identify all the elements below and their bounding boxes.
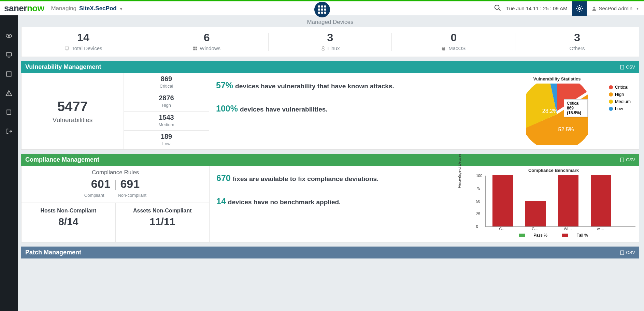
svg-rect-18 bbox=[193, 48, 195, 50]
stat-macos[interactable]: 0 MacOS bbox=[392, 27, 515, 57]
compliance-statements: 670fixes are available to fix compliance… bbox=[209, 166, 468, 242]
compliance-panel: Compliance Management CSV Compliance Rul… bbox=[21, 154, 639, 242]
legend-fail[interactable]: Fail % bbox=[559, 233, 591, 238]
stat-label: Windows bbox=[200, 45, 220, 51]
legend-medium[interactable]: Medium bbox=[609, 99, 631, 104]
bar-3[interactable] bbox=[558, 175, 578, 226]
list-icon[interactable] bbox=[5, 71, 12, 79]
search-icon[interactable] bbox=[494, 4, 501, 13]
apple-icon bbox=[442, 46, 446, 51]
vuln-stmt2: 100%devices have vulnerabilities. bbox=[216, 102, 468, 115]
sev-low[interactable]: 189Low bbox=[124, 131, 209, 149]
datetime: Tue Jun 14 11 : 25 : 09 AM bbox=[506, 5, 568, 11]
compliance-chart[interactable]: Compliance Benchmark Percentage of Devic… bbox=[468, 166, 639, 242]
panel-title: Vulnerability Management bbox=[25, 63, 101, 71]
stat-linux[interactable]: 3 Linux bbox=[269, 27, 392, 57]
svg-rect-27 bbox=[621, 158, 624, 162]
rules-title: Compliance Rules bbox=[22, 169, 209, 176]
stat-label: Others bbox=[570, 45, 585, 51]
settings-button[interactable] bbox=[572, 1, 587, 16]
pie-medium-pct: 28.2% bbox=[542, 108, 558, 114]
svg-rect-16 bbox=[193, 46, 195, 48]
logo[interactable]: sanernow bbox=[4, 3, 44, 14]
logo-p1: saner bbox=[4, 3, 27, 13]
panel-title: Compliance Management bbox=[25, 156, 99, 163]
svg-point-21 bbox=[321, 49, 324, 50]
chevron-down-icon: ▾ bbox=[120, 6, 122, 11]
user-icon bbox=[591, 6, 597, 11]
svg-rect-28 bbox=[621, 251, 624, 255]
stat-num: 3 bbox=[515, 31, 639, 44]
chevron-down-icon: ▾ bbox=[636, 6, 639, 11]
linux-icon bbox=[321, 46, 326, 51]
monitor-icon[interactable] bbox=[5, 51, 12, 60]
bars-area: 100 75 50 25 0 bbox=[485, 176, 635, 227]
compliance-rules[interactable]: Compliance Rules 601 | 691 Compliant Non… bbox=[22, 166, 209, 203]
vuln-chart[interactable]: Vulnerability Statistics 28.2% 52.5% Cri… bbox=[475, 73, 639, 149]
svg-point-13 bbox=[9, 94, 9, 95]
managed-devices-row: 14 Total Devices 6 Windows 3 Linux 0 Mac… bbox=[21, 27, 639, 57]
managed-devices-title: Managed Devices bbox=[21, 19, 639, 26]
stat-total[interactable]: 14 Total Devices bbox=[22, 27, 145, 57]
legend-pass[interactable]: Pass % bbox=[516, 233, 551, 238]
svg-rect-22 bbox=[621, 65, 624, 69]
legend-high[interactable]: High bbox=[609, 92, 631, 97]
vuln-body: 5477 Vulnerabilities 869Critical 2876Hig… bbox=[21, 73, 639, 150]
svg-rect-6 bbox=[6, 53, 12, 56]
comp-stmt1: 670fixes are available to fix compliance… bbox=[216, 172, 461, 185]
topbar: sanernow Managing SiteX.SecPod ▾ Tue Jun… bbox=[0, 0, 644, 15]
sidebar bbox=[0, 15, 18, 311]
stat-label: MacOS bbox=[448, 45, 466, 51]
svg-point-20 bbox=[322, 46, 324, 49]
topbar-right: Tue Jun 14 11 : 25 : 09 AM SecPod Admin … bbox=[494, 1, 644, 16]
user-menu[interactable]: SecPod Admin ▾ bbox=[591, 5, 639, 11]
x-labels: C… G… Wi… wi… bbox=[492, 227, 635, 231]
csv-button[interactable]: CSV bbox=[620, 64, 635, 70]
bar-1[interactable] bbox=[492, 175, 513, 226]
managing-label: Managing bbox=[51, 5, 76, 12]
csv-label: CSV bbox=[626, 157, 635, 162]
legend-critical[interactable]: Critical bbox=[609, 85, 631, 90]
patch-header: Patch Management CSV bbox=[21, 247, 639, 258]
site-selector[interactable]: SiteX.SecPod ▾ bbox=[79, 5, 122, 12]
patch-panel: Patch Management CSV bbox=[21, 247, 639, 258]
csv-button[interactable]: CSV bbox=[620, 157, 635, 162]
sev-high[interactable]: 2876High bbox=[124, 92, 209, 111]
stat-num: 6 bbox=[145, 31, 269, 44]
rules-sublabels: Compliant Non-compliant bbox=[22, 193, 209, 198]
svg-line-1 bbox=[499, 9, 501, 11]
logout-icon[interactable] bbox=[5, 128, 12, 136]
vuln-total-num: 5477 bbox=[57, 99, 88, 114]
vuln-total[interactable]: 5477 Vulnerabilities bbox=[22, 73, 124, 149]
sev-medium[interactable]: 1543Medium bbox=[124, 112, 209, 131]
vuln-total-label: Vulnerabilities bbox=[53, 116, 93, 124]
sev-critical[interactable]: 869Critical bbox=[124, 73, 209, 92]
site-name: SiteX.SecPod bbox=[79, 5, 117, 12]
chart-title: Compliance Benchmark bbox=[472, 168, 635, 173]
logo-p2: now bbox=[27, 3, 44, 13]
eye-icon[interactable] bbox=[5, 32, 12, 41]
hosts-noncompliant[interactable]: Hosts Non-Compliant 8/14 bbox=[22, 203, 116, 242]
y-axis-label: Percentage of Devices bbox=[458, 154, 461, 188]
csv-label: CSV bbox=[626, 250, 635, 255]
svg-rect-19 bbox=[196, 48, 197, 50]
legend-low[interactable]: Low bbox=[609, 106, 631, 111]
book-icon[interactable] bbox=[5, 109, 12, 117]
compliance-body: Compliance Rules 601 | 691 Compliant Non… bbox=[21, 166, 639, 242]
assets-noncompliant[interactable]: Assets Non-Compliant 11/11 bbox=[116, 203, 210, 242]
panel-title: Patch Management bbox=[25, 249, 81, 256]
stat-label: Total Devices bbox=[72, 45, 102, 51]
pie-chart: 28.2% 52.5% Critical 869 (15.9%) bbox=[526, 84, 588, 145]
stat-windows[interactable]: 6 Windows bbox=[145, 27, 269, 57]
vuln-stmt1: 57%devices have vulnerability that have … bbox=[216, 79, 468, 92]
csv-label: CSV bbox=[626, 64, 635, 70]
stat-others[interactable]: 3 Others bbox=[515, 27, 639, 57]
csv-button[interactable]: CSV bbox=[620, 250, 635, 255]
bar-4[interactable] bbox=[591, 175, 611, 226]
chart-title: Vulnerability Statistics bbox=[478, 76, 635, 82]
alert-icon[interactable] bbox=[5, 90, 12, 98]
svg-point-2 bbox=[578, 8, 581, 10]
windows-icon bbox=[193, 46, 198, 51]
stat-num: 0 bbox=[392, 31, 515, 44]
bar-2[interactable] bbox=[525, 201, 546, 226]
